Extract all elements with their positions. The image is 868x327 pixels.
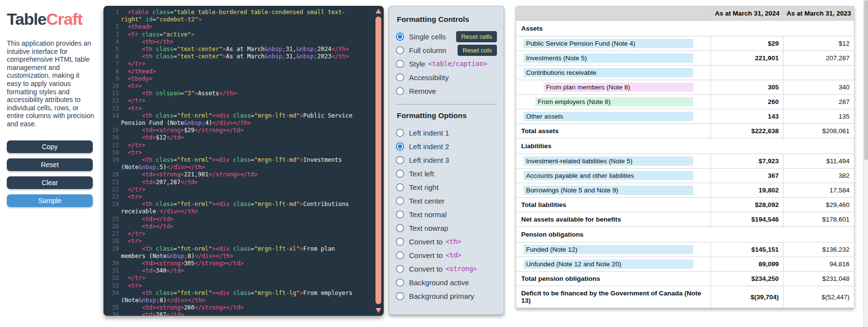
radio-button-icon[interactable] [396,265,404,273]
value-cell-2024[interactable]: $194,546 [711,212,783,227]
editor-scrollbar[interactable] [375,8,382,314]
value-cell-2023[interactable]: 287 [783,95,854,109]
radio-text-center[interactable]: Text center [396,194,497,207]
radio-text-right[interactable]: Text right [396,180,497,194]
row-label-cell[interactable]: Deficit to be financed by the Government… [516,286,711,308]
radio-button-icon[interactable] [396,238,404,246]
page-scrollbar[interactable] [863,0,868,327]
value-cell-2024[interactable]: $222,638 [711,124,783,138]
row-label-cell[interactable]: Investment-related liabilities (Note 5) [516,154,711,169]
radio-full-column[interactable]: Full columnReset cols [396,43,497,57]
header-cell[interactable]: As at March 31, 2023 [783,6,854,21]
copy-button[interactable]: Copy [7,140,93,153]
row-label-cell[interactable]: Net assets available for benefits [516,212,711,227]
radio-button-icon[interactable] [396,129,404,137]
header-cell[interactable]: As at March 31, 2024 [711,6,783,21]
row-label-cell[interactable]: Total assets [516,124,711,138]
value-cell-2023[interactable]: $12 [783,36,854,51]
value-cell-2024[interactable]: $234,250 [711,272,783,286]
header-empty-cell[interactable] [516,6,711,21]
row-label-cell[interactable]: From employers (Note 8) [516,95,711,109]
section-header-cell[interactable]: Liabilities [516,138,854,154]
value-cell-2024[interactable]: $145,151 [711,242,783,257]
value-cell-2023[interactable]: $178,601 [783,212,854,227]
radio-button-icon[interactable] [396,142,404,151]
radio-button-icon[interactable] [396,278,404,287]
radio-convert-to-td[interactable]: Convert to<td> [396,248,497,262]
value-cell-2024[interactable] [711,66,783,80]
value-cell-2024[interactable]: 89,099 [711,257,783,272]
radio-button-icon[interactable] [396,251,404,259]
value-cell-2024[interactable]: 221,901 [711,51,783,66]
value-cell-2024[interactable]: 260 [711,95,783,109]
section-header-cell[interactable]: Pension obligations [516,227,854,242]
value-cell-2023[interactable]: 135 [783,109,854,124]
radio-text-nowrap[interactable]: Text nowrap [396,221,497,235]
row-label-cell[interactable]: Other assets [516,109,711,124]
radio-text-normal[interactable]: Text normal [396,207,497,221]
value-cell-2024[interactable]: 305 [711,80,783,95]
radio-single-cells[interactable]: Single cellsReset cells [396,30,497,43]
radio-background-primary[interactable]: Background primary [396,289,497,303]
row-label-cell[interactable]: Total pension obligations [516,272,711,286]
editor-scrollbar-thumb[interactable] [375,17,381,304]
value-cell-2023[interactable]: $11,494 [783,154,854,169]
radio-text-left[interactable]: Text left [396,167,497,180]
radio-left-indent-2[interactable]: Left indent 2 [396,139,497,153]
sample-button[interactable]: Sample [7,194,93,207]
radio-accessibility[interactable]: Accessibility [396,70,497,84]
radio-left-indent-3[interactable]: Left indent 3 [396,153,497,167]
row-label-cell[interactable]: Public Service Pension Fund (Note 4) [516,36,711,51]
radio-button-icon[interactable] [396,183,404,191]
row-label-cell[interactable]: Total liabilities [516,198,711,212]
value-cell-2023[interactable]: $136,232 [783,242,854,257]
radio-button-icon[interactable] [396,170,404,178]
code-editor[interactable]: 1<table class="table table-bordered tabl… [103,6,384,316]
value-cell-2024[interactable]: 19,802 [711,183,783,198]
value-cell-2024[interactable]: $28,092 [711,198,783,212]
value-cell-2024[interactable]: $(39,704) [711,286,783,308]
radio-style-table-caption[interactable]: Style<table/caption> [396,57,497,70]
reset-button[interactable]: Reset [7,158,93,171]
value-cell-2023[interactable]: 382 [783,169,854,183]
radio-background-active[interactable]: Background active [396,275,497,289]
value-cell-2023[interactable]: $208,061 [783,124,854,138]
reset-cells-button[interactable]: Reset cells [456,31,497,42]
value-cell-2023[interactable]: 340 [783,80,854,95]
section-header-cell[interactable]: Assets [516,21,854,36]
value-cell-2024[interactable]: 143 [711,109,783,124]
radio-button-icon[interactable] [396,87,404,95]
value-cell-2023[interactable]: $(52,447) [783,286,854,308]
radio-button-icon[interactable] [396,292,404,300]
scroll-up-arrow-icon[interactable] [375,9,381,14]
value-cell-2023[interactable]: 207,287 [783,51,854,66]
radio-button-icon[interactable] [396,224,404,232]
value-cell-2024[interactable]: 367 [711,169,783,183]
radio-button-icon[interactable] [396,73,404,82]
value-cell-2024[interactable]: $29 [711,36,783,51]
value-cell-2024[interactable]: $7,923 [711,154,783,169]
radio-button-icon[interactable] [396,210,404,219]
row-label-cell[interactable]: Funded (Note 12) [516,242,711,257]
radio-button-icon[interactable] [396,197,404,205]
radio-button-icon[interactable] [396,156,404,164]
value-cell-2023[interactable]: $231,048 [783,272,854,286]
value-cell-2023[interactable] [783,66,854,80]
page-scrollbar-thumb[interactable] [864,0,868,160]
row-label-cell[interactable]: Borrowings (Note 5 and Note 9) [516,183,711,198]
radio-left-indent-1[interactable]: Left indent 1 [396,126,497,139]
row-label-cell[interactable]: Investments (Note 5) [516,51,711,66]
row-label-cell[interactable]: Unfunded (Note 12 and Note 20) [516,257,711,272]
row-label-cell[interactable]: Accounts payable and other liabilities [516,169,711,183]
radio-convert-to-th[interactable]: Convert to<th> [396,235,497,248]
value-cell-2023[interactable]: 17,584 [783,183,854,198]
radio-button-icon[interactable] [396,60,404,68]
clear-button[interactable]: Clear [7,176,93,189]
scroll-down-arrow-icon[interactable] [375,308,381,313]
radio-button-icon[interactable] [396,46,404,54]
radio-convert-to-strong[interactable]: Convert to<strong> [396,262,497,275]
row-label-cell[interactable]: Contributions receivable [516,66,711,80]
reset-cols-button[interactable]: Reset cols [458,45,497,56]
radio-remove[interactable]: Remove [396,84,497,98]
radio-button-icon[interactable] [396,33,404,41]
